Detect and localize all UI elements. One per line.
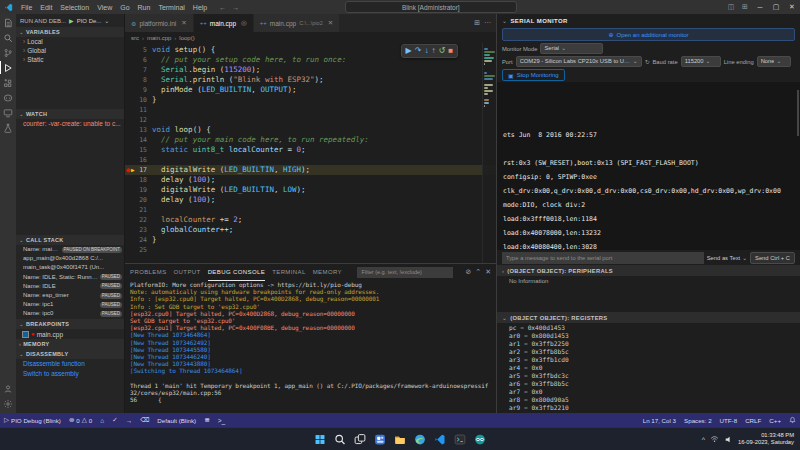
taskbar-widgets-icon[interactable] [373,432,388,447]
register-row[interactable]: ar9 = 0x3ffb2210 [497,404,800,412]
port-select[interactable]: COM29 - Silicon Labs CP210x USB to UART … [516,56,642,67]
menu-go[interactable]: Go [116,4,133,11]
command-center-search[interactable]: Blink [Administrator] [345,1,517,13]
continue-button[interactable]: ▶ [406,46,412,56]
remote-explorer-icon[interactable] [0,105,16,120]
search-icon[interactable] [0,30,16,45]
open-additional-monitor-button[interactable]: ⊕ Open an additional monitor [502,28,795,41]
pio-upload-button[interactable]: → [122,417,137,424]
line-number[interactable]: 21 [125,205,152,215]
line-number[interactable]: 9 [125,85,152,95]
taskbar-arduino-icon[interactable] [473,432,488,447]
code-line-11[interactable]: 11 [125,105,496,115]
panel-tab-debug-console[interactable]: DEBUG CONSOLE [208,264,266,281]
history-nav-icons[interactable]: ← → [219,4,241,11]
call-stack-item[interactable]: Name: IDLEPAUSED [16,282,124,291]
line-number[interactable]: 6 [125,55,152,65]
register-row[interactable]: ar8 = 0x800d90a5 [497,396,800,404]
code-line-9[interactable]: 9 pinMode (LED_BUILTIN, OUTPUT); [125,85,496,95]
tests-icon[interactable] [0,120,16,135]
code-line-22[interactable]: 22 localCounter += 2; [125,215,496,225]
refresh-ports-icon[interactable]: ↻ [645,59,650,65]
serial-monitor-header[interactable]: ⌄ SERIAL MONITOR [497,14,800,27]
tab-platformio.ini[interactable]: ⚙platformio.ini✕ [125,14,194,32]
switch-to-assembly-link[interactable]: Switch to assembly [16,369,124,379]
panel-tab-output[interactable]: OUTPUT [174,264,201,280]
status-spaces[interactable]: Spaces: 2 [680,417,716,424]
more-actions-icon[interactable]: ⋯ [484,19,491,27]
window-minimize-button[interactable]: ─ [752,0,768,14]
panel-tab-memory[interactable]: MEMORY [313,264,342,280]
breadcrumb[interactable]: src›main.cpp›loop() [125,32,496,43]
baud-rate-select[interactable]: 115200⌄ [681,56,721,67]
register-row[interactable]: ar2 = 0x3ffb8b5c [497,348,800,356]
pio-clean-button[interactable]: ⌫ [136,416,153,424]
menu-view[interactable]: View [93,4,116,11]
serial-output-terminal[interactable]: ets Jun 8 2016 00:22:57 rst:0x3 (SW_RESE… [497,82,800,250]
debug-config-dropdown[interactable]: PIO De... [77,18,102,24]
split-editor-icon[interactable]: ⊞ [474,19,480,27]
pin-icon[interactable]: ◎ [241,19,247,27]
line-number[interactable]: 19 [125,185,152,195]
watch-item[interactable]: counter: -var-create: unable to c... [16,119,124,128]
debug-session-indicator[interactable]: ▷PIO Debug (Blink) [0,416,65,424]
code-line-20[interactable]: 20 delay (100); [125,195,496,205]
code-line-24[interactable]: 24} [125,235,496,245]
close-tab-icon[interactable]: ✕ [181,19,186,27]
line-ending-select[interactable]: None⌄ [757,56,791,67]
line-number[interactable]: 25 [125,245,152,255]
notifications-bell-icon[interactable] [785,416,800,424]
code-line-10[interactable]: 10} [125,95,496,105]
variables-scope-item[interactable]: ›Global [16,46,124,55]
breakpoints-section-header[interactable]: ⌄BREAKPOINTS [16,319,124,329]
line-number[interactable]: 22 [125,215,152,225]
disassemble-function-link[interactable]: Disassemble function [16,359,124,369]
register-row[interactable]: ar6 = 0x3ffb8b5c [497,380,800,388]
breadcrumb-item[interactable]: src [131,35,139,41]
pio-serial-monitor-button[interactable]: ≣ [200,416,213,424]
close-tab-icon[interactable]: ✕ [328,19,333,27]
code-line-7[interactable]: 7 Serial.begin (115200); [125,65,496,75]
variables-scope-item[interactable]: ›Static [16,55,124,64]
tab-main.cpp[interactable]: ++main.cppC:\...\pio2✕ [254,14,340,32]
status-crlf[interactable]: CRLF [741,417,765,424]
layout-panel-icon[interactable]: ◫ [724,3,738,11]
taskbar-start-icon[interactable] [313,432,328,447]
code-line-8[interactable]: 8 Serial.println ("Blink with ESP32"); [125,75,496,85]
call-stack-item[interactable]: main_task@0x400f1471 (Un... [16,263,124,272]
line-number[interactable]: 18 [125,175,152,185]
call-stack-item[interactable]: Name: main...PAUSED ON BREAKPOINT [16,245,124,254]
watch-section-header[interactable]: ⌄WATCH [16,109,124,119]
variables-scope-item[interactable]: ›Local [16,37,124,46]
register-row[interactable]: ar7 = 0x0 [497,388,800,396]
status-utf-8[interactable]: UTF-8 [716,417,742,424]
line-number[interactable]: 20 [125,195,152,205]
pio-terminal-button[interactable]: >_ [214,417,229,424]
clear-console-icon[interactable]: ⊘ [465,268,471,276]
call-stack-item[interactable]: app_main@0x400d2868 C:/... [16,254,124,263]
line-number[interactable]: 12 [125,115,152,125]
taskbar-edge-icon[interactable] [413,432,428,447]
disassembly-section-header[interactable]: ⌄DISASSEMBLY [16,349,124,359]
menu-run[interactable]: Run [134,4,155,11]
register-row[interactable]: pc = 0x400d1453 [497,324,800,332]
taskbar-vscode-icon[interactable] [433,432,448,447]
menu-help[interactable]: Help [189,4,211,11]
line-number[interactable]: 13 [125,125,152,135]
status-ln[interactable]: Ln 17, Col 3 [639,417,680,424]
window-close-button[interactable]: ✕ [784,0,800,14]
register-row[interactable]: ar0 = 0x800d1453 [497,332,800,340]
restart-button[interactable]: ↺ [438,46,445,56]
window-maximize-button[interactable]: ▢ [768,0,784,14]
taskbar-clock[interactable]: 01:33:48 PM 16-09-2023, Saturday [738,432,794,446]
line-number[interactable]: 16 [125,155,152,165]
extensions-icon[interactable] [0,75,16,90]
code-line-23[interactable]: 23 globalCounter++; [125,225,496,235]
send-as-dropdown[interactable]: Send as Text⌄ [707,255,747,261]
code-line-19[interactable]: 19 digitalWrite (LED_BUILTIN, LOW); [125,185,496,195]
monitor-mode-select[interactable]: Serial⌄ [540,43,603,54]
source-control-icon[interactable] [0,45,16,60]
scrollbar[interactable] [797,90,799,136]
code-line-14[interactable]: 14 // put your main code here, to run re… [125,135,496,145]
registers-section-header[interactable]: ⌄(OBJECT OBJECT): REGISTERS [497,312,800,323]
